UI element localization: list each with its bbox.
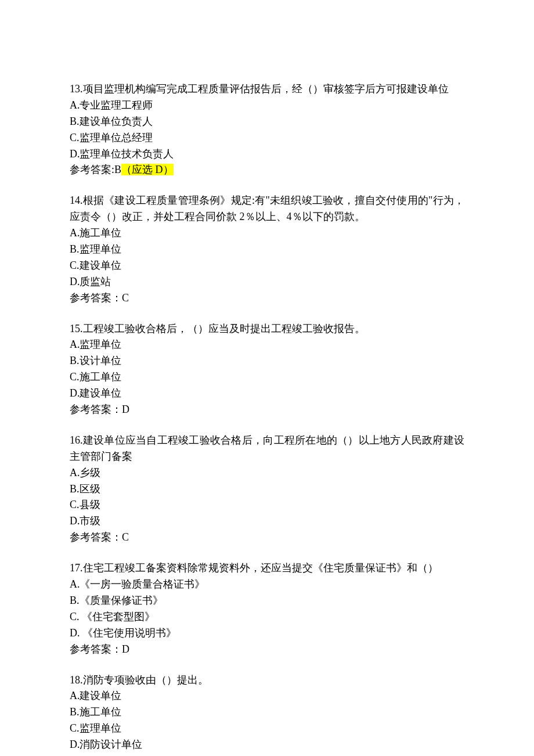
question-text: 17.住宅工程竣工备案资料除常规资料外，还应当提交《住宅质量保证书》和（） — [70, 560, 464, 577]
answer-prefix: 参考答案：C — [70, 292, 129, 304]
question-option: B.设计单位 — [70, 353, 464, 369]
answer-correction-highlight: （应选 D） — [121, 164, 174, 175]
question-option: B.施工单位 — [70, 704, 464, 721]
question-block: 15.工程竣工验收合格后，（）应当及时提出工程竣工验收报告。A.监理单位B.设计… — [70, 321, 464, 418]
answer-prefix: 参考答案：D — [70, 404, 129, 415]
question-option: A.监理单位 — [70, 337, 464, 353]
question-option: D.建设单位 — [70, 386, 464, 402]
question-option: D. 《住宅使用说明书》 — [70, 625, 464, 642]
reference-answer: 参考答案：C — [70, 290, 464, 307]
question-text: 14.根据《建设工程质量管理条例》规定:有"未组织竣工验收，擅自交付使用的"行为… — [70, 193, 464, 225]
question-option: D.监理单位技术负责人 — [70, 146, 464, 163]
question-option: C.建设单位 — [70, 258, 464, 274]
question-text: 18.消防专项验收由（）提出。 — [70, 672, 464, 689]
question-option: B.建设单位负责人 — [70, 114, 464, 130]
question-text: 15.工程竣工验收合格后，（）应当及时提出工程竣工验收报告。 — [70, 321, 464, 337]
question-text: 13.项目监理机构编写完成工程质量评估报告后，经（）审核签字后方可报建设单位 — [70, 81, 464, 98]
question-option: B.区级 — [70, 481, 464, 498]
reference-answer: 参考答案：D — [70, 642, 464, 658]
question-option: C.监理单位 — [70, 721, 464, 737]
question-option: A.专业监理工程师 — [70, 98, 464, 114]
answer-prefix: 参考答案:B — [70, 164, 121, 175]
question-option: A.建设单位 — [70, 688, 464, 704]
question-block: 14.根据《建设工程质量管理条例》规定:有"未组织竣工验收，擅自交付使用的"行为… — [70, 193, 464, 306]
reference-answer: 参考答案：C — [70, 530, 464, 546]
question-option: B.监理单位 — [70, 242, 464, 258]
answer-prefix: 参考答案：D — [70, 643, 129, 655]
reference-answer: 参考答案：D — [70, 402, 464, 418]
question-block: 16.建设单位应当自工程竣工验收合格后，向工程所在地的（）以上地方人民政府建设主… — [70, 433, 464, 546]
question-option: D.市级 — [70, 513, 464, 530]
question-option: D.消防设计单位 — [70, 737, 464, 753]
question-option: A.《一房一验质量合格证书》 — [70, 577, 464, 593]
question-option: C.县级 — [70, 497, 464, 513]
question-text: 16.建设单位应当自工程竣工验收合格后，向工程所在地的（）以上地方人民政府建设主… — [70, 433, 464, 465]
question-option: B.《质量保修证书》 — [70, 593, 464, 609]
question-option: D.质监站 — [70, 274, 464, 290]
question-option: C.施工单位 — [70, 369, 464, 386]
question-option: A.施工单位 — [70, 225, 464, 242]
question-block: 18.消防专项验收由（）提出。A.建设单位B.施工单位C.监理单位D.消防设计单… — [70, 672, 464, 753]
question-block: 17.住宅工程竣工备案资料除常规资料外，还应当提交《住宅质量保证书》和（）A.《… — [70, 560, 464, 657]
question-option: A.乡级 — [70, 465, 464, 481]
question-option: C.监理单位总经理 — [70, 130, 464, 146]
answer-prefix: 参考答案：C — [70, 531, 129, 543]
question-block: 13.项目监理机构编写完成工程质量评估报告后，经（）审核签字后方可报建设单位A.… — [70, 81, 464, 178]
question-option: C. 《住宅套型图》 — [70, 609, 464, 625]
reference-answer: 参考答案:B（应选 D） — [70, 162, 464, 178]
